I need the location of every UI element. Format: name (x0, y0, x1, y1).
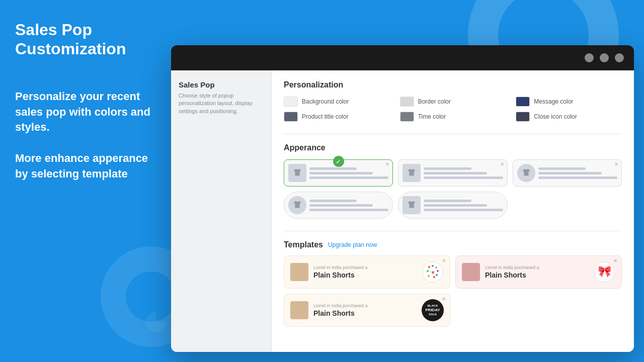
product-title-color-label: Product title color (302, 113, 349, 120)
time-color-swatch[interactable] (400, 112, 414, 122)
template-thumb-3[interactable]: ✕ (513, 159, 622, 187)
color-item-background[interactable]: Background color (284, 97, 390, 107)
svg-point-6 (428, 275, 430, 277)
card-close-1[interactable]: ✕ (442, 258, 446, 263)
svg-point-5 (437, 270, 439, 272)
t-line (309, 209, 388, 211)
black-friday-badge: BLACK FRIDAY SALE (422, 299, 444, 321)
product-image-2 (462, 263, 480, 281)
card-text-2: Lionel in India purchased a Plain Shorts (485, 265, 588, 279)
t-line (309, 167, 357, 170)
color-grid: Background color Border color Message co… (284, 97, 622, 122)
template-thumb-5[interactable] (398, 192, 507, 219)
t-icon-5 (403, 196, 421, 214)
bf-badge-content: BLACK FRIDAY SALE (422, 299, 444, 321)
svg-point-2 (432, 265, 434, 267)
template-placeholder (513, 192, 622, 219)
t-icon-2 (403, 164, 421, 182)
color-item-product-title[interactable]: Product title color (284, 112, 390, 122)
desc-line1: Personalize your recent sales pop with c… (15, 89, 156, 135)
t-lines-5 (424, 200, 503, 211)
close-icon-t3[interactable]: ✕ (614, 161, 618, 167)
moon-decoration (136, 302, 176, 342)
selected-checkmark: ✓ (333, 156, 344, 167)
card-name-2: Plain Shorts (485, 271, 588, 279)
browser-content: Sales Pop Choose style of popup personal… (171, 70, 634, 352)
t-line (309, 200, 357, 202)
browser-dot-3 (615, 53, 624, 62)
close-icon-t1[interactable]: ✕ (385, 161, 389, 167)
desc-line2: More enhance apperance by selecting temp… (15, 151, 156, 182)
svg-text:🎀: 🎀 (598, 264, 612, 278)
template-thumb-2[interactable]: ✕ (398, 159, 507, 187)
product-title-color-swatch[interactable] (284, 112, 298, 122)
message-color-label: Message color (534, 98, 573, 105)
card-subtitle-2: Lionel in India purchased a (485, 265, 588, 270)
t-icon-4 (288, 196, 306, 214)
time-color-label: Time color (418, 113, 446, 120)
template-card-2[interactable]: ✕ Lionel in India purchased a Plain Shor… (455, 255, 622, 289)
page-description: Personalize your recent sales pop with c… (15, 89, 156, 182)
product-image-1 (290, 263, 308, 281)
sidebar-title: Sales Pop (179, 80, 264, 89)
t-line (424, 209, 503, 211)
t-lines-2 (424, 167, 503, 179)
t-line (424, 200, 471, 202)
template-cards-grid: ✕ Lionel in India purchased a Plain Shor… (284, 255, 622, 327)
app-sidebar: Sales Pop Choose style of popup personal… (171, 70, 272, 352)
close-icon-color-label: Close icon color (534, 113, 577, 120)
appearance-grid-row2 (284, 192, 622, 219)
color-item-message[interactable]: Message color (516, 97, 622, 107)
t-line (424, 172, 487, 174)
browser-dot-2 (600, 53, 609, 62)
card-close-3[interactable]: ✕ (442, 296, 446, 302)
svg-point-7 (433, 276, 435, 278)
t-lines-4 (309, 200, 388, 211)
background-color-label: Background color (302, 98, 349, 105)
bf-text-sale: SALE (429, 313, 437, 316)
close-icon-t2[interactable]: ✕ (500, 161, 504, 167)
card-close-2[interactable]: ✕ (613, 258, 617, 263)
t-line (309, 172, 373, 174)
card-text-1: Lionel in India purchased a Plain Shorts (313, 265, 417, 279)
sidebar-description: Choose style of popup personalization la… (179, 92, 264, 115)
template-card-1[interactable]: ✕ Lionel in India purchased a Plain Shor… (284, 255, 450, 289)
t-line (309, 204, 373, 207)
flowers-icon: 🎀 (593, 261, 615, 283)
border-color-swatch[interactable] (400, 97, 414, 107)
left-panel: Sales Pop Customization Personalize your… (0, 0, 171, 362)
card-text-3: Lionel in India purchased a Plain Shorts (313, 303, 417, 317)
svg-point-4 (427, 270, 429, 272)
page-title: Sales Pop Customization (15, 20, 156, 59)
templates-header: Templates Upgrade plan now (284, 240, 622, 249)
color-item-time[interactable]: Time color (400, 112, 506, 122)
color-item-close-icon[interactable]: Close icon color (516, 112, 622, 122)
browser-window: Sales Pop Choose style of popup personal… (171, 45, 634, 352)
appearance-title: Apperance (284, 143, 622, 152)
border-color-label: Border color (418, 98, 451, 105)
t-lines-1 (309, 167, 388, 179)
card-subtitle-1: Lionel in India purchased a (313, 265, 417, 270)
card-subtitle-3: Lionel in India purchased a (313, 303, 417, 308)
svg-point-1 (428, 266, 430, 268)
color-item-border[interactable]: Border color (400, 97, 506, 107)
flowers-badge: 🎀 (593, 261, 615, 283)
svg-text:★: ★ (431, 269, 435, 275)
t-line (309, 176, 388, 179)
background-color-swatch[interactable] (284, 97, 298, 107)
t-icon-3 (517, 164, 535, 182)
t-line (538, 172, 602, 174)
templates-title: Templates (284, 240, 323, 249)
close-icon-color-swatch[interactable] (516, 112, 530, 122)
message-color-swatch[interactable] (516, 97, 530, 107)
template-thumb-4[interactable] (284, 192, 393, 219)
template-thumb-1[interactable]: ✕ ✓ (284, 159, 393, 187)
t-line (424, 176, 503, 179)
upgrade-plan-link[interactable]: Upgrade plan now (328, 241, 377, 248)
card-name-3: Plain Shorts (313, 309, 417, 317)
confetti-badge: ★ (422, 261, 444, 283)
bf-text-black: BLACK (428, 304, 438, 308)
t-line (538, 167, 586, 170)
t-lines-3 (538, 167, 617, 179)
template-card-3[interactable]: ✕ Lionel in India purchased a Plain Shor… (284, 294, 450, 327)
